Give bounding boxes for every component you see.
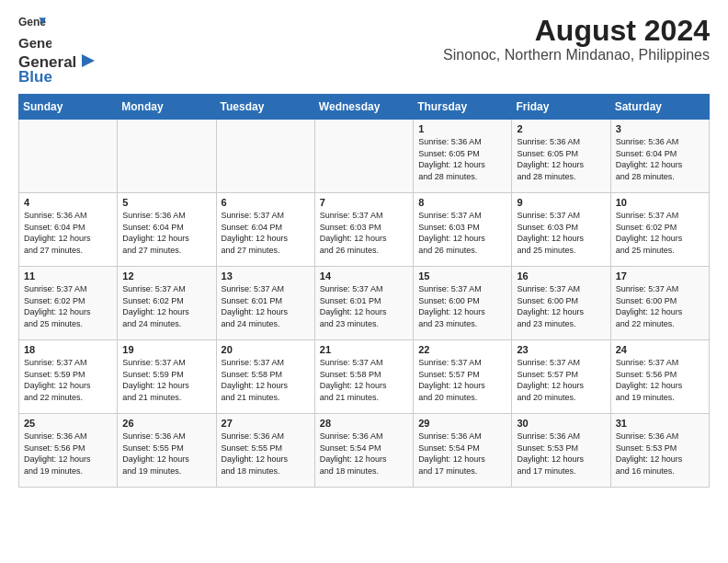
logo-arrow-icon xyxy=(78,52,95,69)
day-number: 6 xyxy=(222,197,310,208)
calendar-body: 1Sunrise: 5:36 AM Sunset: 6:05 PM Daylig… xyxy=(19,120,710,488)
day-info: Sunrise: 5:37 AM Sunset: 6:02 PM Dayligh… xyxy=(24,283,112,329)
calendar-cell: 21Sunrise: 5:37 AM Sunset: 5:58 PM Dayli… xyxy=(314,340,413,414)
day-info: Sunrise: 5:37 AM Sunset: 6:02 PM Dayligh… xyxy=(122,283,210,329)
day-info: Sunrise: 5:37 AM Sunset: 5:59 PM Dayligh… xyxy=(24,357,112,403)
day-number: 29 xyxy=(418,418,506,429)
calendar-cell: 18Sunrise: 5:37 AM Sunset: 5:59 PM Dayli… xyxy=(19,340,118,414)
logo-bird-icon: General xyxy=(18,33,51,53)
day-number: 5 xyxy=(122,197,210,208)
calendar-table: SundayMondayTuesdayWednesdayThursdayFrid… xyxy=(18,94,710,488)
calendar-cell: 4Sunrise: 5:36 AM Sunset: 6:04 PM Daylig… xyxy=(19,193,118,267)
day-number: 12 xyxy=(122,270,210,282)
day-info: Sunrise: 5:37 AM Sunset: 5:57 PM Dayligh… xyxy=(517,357,605,403)
day-number: 15 xyxy=(418,270,506,282)
calendar-cell: 13Sunrise: 5:37 AM Sunset: 6:01 PM Dayli… xyxy=(216,267,314,340)
day-info: Sunrise: 5:37 AM Sunset: 6:00 PM Dayligh… xyxy=(517,283,605,329)
day-number: 14 xyxy=(320,270,408,282)
calendar-cell: 25Sunrise: 5:36 AM Sunset: 5:56 PM Dayli… xyxy=(19,414,118,488)
calendar-week-row: 1Sunrise: 5:36 AM Sunset: 6:05 PM Daylig… xyxy=(19,120,710,193)
calendar-cell: 29Sunrise: 5:36 AM Sunset: 5:54 PM Dayli… xyxy=(414,414,512,488)
day-number: 10 xyxy=(616,197,704,208)
day-info: Sunrise: 5:36 AM Sunset: 5:53 PM Dayligh… xyxy=(517,431,605,477)
day-info: Sunrise: 5:36 AM Sunset: 6:04 PM Dayligh… xyxy=(24,210,112,256)
day-number: 31 xyxy=(616,418,704,429)
day-number: 26 xyxy=(122,418,210,429)
day-number: 27 xyxy=(222,418,310,429)
calendar-cell: 11Sunrise: 5:37 AM Sunset: 6:02 PM Dayli… xyxy=(19,267,118,340)
calendar-cell: 27Sunrise: 5:36 AM Sunset: 5:55 PM Dayli… xyxy=(216,414,314,488)
calendar-cell: 24Sunrise: 5:37 AM Sunset: 5:56 PM Dayli… xyxy=(610,340,709,414)
col-header-sunday: Sunday xyxy=(19,95,118,120)
calendar-cell: 31Sunrise: 5:36 AM Sunset: 5:53 PM Dayli… xyxy=(610,414,709,488)
calendar-cell: 8Sunrise: 5:37 AM Sunset: 6:03 PM Daylig… xyxy=(414,193,512,267)
logo-blue: Blue xyxy=(18,68,52,86)
calendar-cell xyxy=(216,120,314,193)
calendar-cell: 3Sunrise: 5:36 AM Sunset: 6:04 PM Daylig… xyxy=(610,120,709,193)
calendar-cell: 15Sunrise: 5:37 AM Sunset: 6:00 PM Dayli… xyxy=(414,267,512,340)
title-block: August 2024 Sinonoc, Northern Mindanao, … xyxy=(443,15,710,63)
day-number: 3 xyxy=(616,123,704,134)
calendar-cell xyxy=(19,120,118,193)
day-number: 24 xyxy=(616,344,704,355)
day-number: 30 xyxy=(517,418,605,429)
day-number: 2 xyxy=(517,123,605,134)
calendar-cell: 6Sunrise: 5:37 AM Sunset: 6:04 PM Daylig… xyxy=(216,193,314,267)
calendar-cell: 30Sunrise: 5:36 AM Sunset: 5:53 PM Dayli… xyxy=(512,414,610,488)
calendar-cell: 1Sunrise: 5:36 AM Sunset: 6:05 PM Daylig… xyxy=(414,120,512,193)
day-info: Sunrise: 5:37 AM Sunset: 6:01 PM Dayligh… xyxy=(222,283,310,329)
day-number: 13 xyxy=(222,270,310,282)
calendar-cell xyxy=(118,120,216,193)
day-info: Sunrise: 5:37 AM Sunset: 5:58 PM Dayligh… xyxy=(222,357,310,403)
day-info: Sunrise: 5:37 AM Sunset: 6:04 PM Dayligh… xyxy=(222,210,310,256)
calendar-cell: 5Sunrise: 5:36 AM Sunset: 6:04 PM Daylig… xyxy=(118,193,216,267)
day-number: 8 xyxy=(418,197,506,208)
day-number: 11 xyxy=(24,270,112,282)
calendar-cell: 14Sunrise: 5:37 AM Sunset: 6:01 PM Dayli… xyxy=(314,267,413,340)
day-number: 16 xyxy=(517,270,605,282)
day-number: 4 xyxy=(24,197,112,208)
svg-text:General: General xyxy=(18,35,51,51)
calendar-header-row: SundayMondayTuesdayWednesdayThursdayFrid… xyxy=(19,95,710,120)
day-number: 20 xyxy=(222,344,310,355)
day-info: Sunrise: 5:36 AM Sunset: 5:55 PM Dayligh… xyxy=(222,431,310,477)
logo-icon: General xyxy=(18,15,46,33)
day-info: Sunrise: 5:37 AM Sunset: 5:57 PM Dayligh… xyxy=(418,357,506,403)
day-info: Sunrise: 5:36 AM Sunset: 6:05 PM Dayligh… xyxy=(418,136,506,182)
day-info: Sunrise: 5:36 AM Sunset: 5:56 PM Dayligh… xyxy=(24,431,112,477)
calendar-week-row: 18Sunrise: 5:37 AM Sunset: 5:59 PM Dayli… xyxy=(19,340,710,414)
calendar-cell: 28Sunrise: 5:36 AM Sunset: 5:54 PM Dayli… xyxy=(314,414,413,488)
calendar-cell: 12Sunrise: 5:37 AM Sunset: 6:02 PM Dayli… xyxy=(118,267,216,340)
day-info: Sunrise: 5:37 AM Sunset: 6:02 PM Dayligh… xyxy=(616,210,704,256)
page-title: August 2024 xyxy=(443,15,710,47)
day-info: Sunrise: 5:37 AM Sunset: 6:00 PM Dayligh… xyxy=(418,283,506,329)
day-number: 25 xyxy=(24,418,112,429)
day-info: Sunrise: 5:36 AM Sunset: 5:53 PM Dayligh… xyxy=(616,431,704,477)
calendar-cell: 20Sunrise: 5:37 AM Sunset: 5:58 PM Dayli… xyxy=(216,340,314,414)
logo: General General General Blue xyxy=(18,15,95,86)
day-info: Sunrise: 5:36 AM Sunset: 6:04 PM Dayligh… xyxy=(616,136,704,182)
col-header-thursday: Thursday xyxy=(414,95,512,120)
day-number: 18 xyxy=(24,344,112,355)
day-info: Sunrise: 5:37 AM Sunset: 6:03 PM Dayligh… xyxy=(418,210,506,256)
day-info: Sunrise: 5:37 AM Sunset: 6:03 PM Dayligh… xyxy=(517,210,605,256)
day-info: Sunrise: 5:37 AM Sunset: 6:01 PM Dayligh… xyxy=(320,283,408,329)
day-info: Sunrise: 5:37 AM Sunset: 6:00 PM Dayligh… xyxy=(616,283,704,329)
day-number: 17 xyxy=(616,270,704,282)
calendar-cell: 22Sunrise: 5:37 AM Sunset: 5:57 PM Dayli… xyxy=(414,340,512,414)
day-info: Sunrise: 5:36 AM Sunset: 5:54 PM Dayligh… xyxy=(320,431,408,477)
day-info: Sunrise: 5:36 AM Sunset: 6:04 PM Dayligh… xyxy=(122,210,210,256)
day-number: 23 xyxy=(517,344,605,355)
col-header-friday: Friday xyxy=(512,95,610,120)
calendar-cell: 10Sunrise: 5:37 AM Sunset: 6:02 PM Dayli… xyxy=(610,193,709,267)
day-info: Sunrise: 5:36 AM Sunset: 5:54 PM Dayligh… xyxy=(418,431,506,477)
day-number: 21 xyxy=(320,344,408,355)
day-info: Sunrise: 5:37 AM Sunset: 5:56 PM Dayligh… xyxy=(616,357,704,403)
day-info: Sunrise: 5:37 AM Sunset: 5:59 PM Dayligh… xyxy=(122,357,210,403)
calendar-week-row: 11Sunrise: 5:37 AM Sunset: 6:02 PM Dayli… xyxy=(19,267,710,340)
calendar-cell: 19Sunrise: 5:37 AM Sunset: 5:59 PM Dayli… xyxy=(118,340,216,414)
day-number: 9 xyxy=(517,197,605,208)
calendar-cell: 17Sunrise: 5:37 AM Sunset: 6:00 PM Dayli… xyxy=(610,267,709,340)
day-number: 1 xyxy=(418,123,506,134)
day-info: Sunrise: 5:36 AM Sunset: 5:55 PM Dayligh… xyxy=(122,431,210,477)
